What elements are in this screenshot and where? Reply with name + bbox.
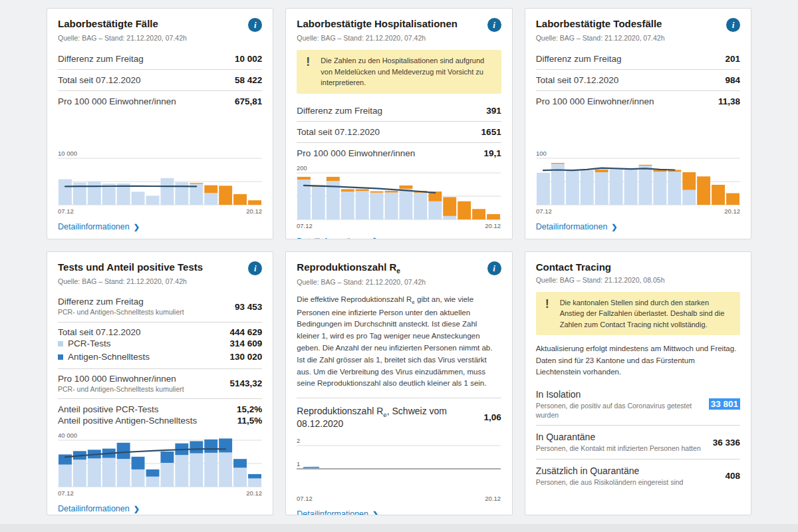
card-contact-tracing: Contact Tracing Quelle: BAG – Stand: 21.… xyxy=(525,251,751,515)
svg-text:07.12: 07.12 xyxy=(58,489,74,497)
legend-label: PCR-Tests xyxy=(68,338,111,348)
info-icon[interactable]: i xyxy=(487,261,501,275)
kpi-value: 675,81 xyxy=(235,96,262,106)
info-icon[interactable]: i xyxy=(248,18,262,32)
card-tests: Tests und Anteil positive Tests i Quelle… xyxy=(47,251,273,515)
kpi-row-total: Total seit 07.12.2020 444 629 PCR-Tests … xyxy=(58,322,262,368)
warning-icon: ! xyxy=(539,297,556,312)
svg-text:07.12: 07.12 xyxy=(297,495,313,502)
tests-chart: 40 00007.1220.12 xyxy=(58,431,262,501)
source-line: Quelle: BAG – Stand: 21.12.2020, 07.42h xyxy=(58,34,262,42)
re-value-row: Reproduktionszahl Re, Schweiz vom 08.12.… xyxy=(297,398,501,436)
re-chart: 2107.1220.12 xyxy=(297,436,501,507)
kpi-label: Pro 100 000 Einwohner/innen xyxy=(58,374,176,384)
kpi-rows: Differenz zum Freitag 10 002 Total seit … xyxy=(58,49,262,112)
kpi-label: Differenz zum Freitag xyxy=(297,106,382,116)
warning-text: Die Zahlen zu den Hospitalisationen sind… xyxy=(321,55,494,88)
kpi-value: 391 xyxy=(486,106,501,116)
ct-description: Aktualisierung erfolgt mindestens am Mit… xyxy=(536,343,740,378)
kpi-label: Differenz zum Freitag xyxy=(536,54,622,64)
source-line: Quelle: BAG – Stand: 21.12.2020, 07.42h xyxy=(297,34,501,42)
kpi-row-differenz: Differenz zum Freitag PCR- und Antigen-S… xyxy=(58,292,262,322)
card-header: Laborbestätigte Fälle i xyxy=(58,18,262,32)
detail-link-re[interactable]: Detailinformationen ❯ xyxy=(297,509,378,515)
positivity-line-pcr: Anteil positive PCR-Tests 15,2% xyxy=(58,404,262,415)
svg-text:20.12: 20.12 xyxy=(246,489,262,497)
card-header: Laborbestätigte Todesfälle i xyxy=(536,18,740,32)
svg-text:07.12: 07.12 xyxy=(297,222,313,229)
re-description: Die effektive Reproduktionszahl Re gibt … xyxy=(297,294,501,390)
kpi-rows: Differenz zum Freitag 391 Total seit 07.… xyxy=(297,100,501,164)
detail-link-label: Detailinformationen xyxy=(58,504,130,513)
kpi-value: 93 453 xyxy=(235,302,262,312)
re-row-label: Reproduktionszahl Re, Schweiz vom 08.12.… xyxy=(297,406,483,429)
kpi-row: Total seit 07.12.2020 1651 xyxy=(297,121,501,142)
kpi-value: 201 xyxy=(725,54,740,64)
chevron-right-icon: ❯ xyxy=(611,223,617,231)
kpi-row: Total seit 07.12.2020 58 422 xyxy=(58,69,262,90)
detail-link-tests[interactable]: Detailinformationen ❯ xyxy=(58,504,140,513)
legend-row-antigen: Antigen-Schnelltests 130 020 xyxy=(58,350,262,364)
card-title: Contact Tracing xyxy=(536,261,611,274)
kpi-label: Differenz zum Freitag xyxy=(58,297,144,307)
card-title: Laborbestätigte Hospitalisationen xyxy=(297,18,458,31)
kpi-value: 58 422 xyxy=(235,75,262,85)
kpi-value: 984 xyxy=(725,75,740,85)
svg-text:2: 2 xyxy=(297,437,300,444)
kpi-row: Pro 100 000 Einwohner/innen 675,81 xyxy=(58,90,262,112)
deaths-chart: 10007.1220.12 xyxy=(536,149,740,219)
card-title: Tests und Anteil positive Tests xyxy=(58,261,203,274)
card-header: Contact Tracing xyxy=(536,261,740,274)
kpi-row: Differenz zum Freitag 391 xyxy=(297,100,501,121)
source-line: Quelle: BAG – Stand: 21.12.2020, 07.42h xyxy=(297,278,501,286)
info-icon[interactable]: i xyxy=(726,18,740,32)
svg-text:200: 200 xyxy=(297,164,307,172)
ct-rows: In Isolation Personen, die positiv auf d… xyxy=(536,383,740,493)
kpi-row: Pro 100 000 Einwohner/innen 11,38 xyxy=(536,90,740,112)
kpi-row: Differenz zum Freitag 201 xyxy=(536,49,740,69)
card-header: Reproduktionszahl Re i xyxy=(297,261,501,276)
kpi-label: Pro 100 000 Einwohner/innen xyxy=(536,96,654,106)
svg-text:100: 100 xyxy=(536,150,547,157)
ct-row-zusaetzlich-quarantaene: Zusätzlich in Quarantäne Personen, die a… xyxy=(536,459,740,493)
kpi-rows: Differenz zum Freitag PCR- und Antigen-S… xyxy=(58,292,262,431)
legend-row-pcr: PCR-Tests 314 609 xyxy=(58,337,262,350)
source-line: Quelle: BAG – Stand: 21.12.2020, 07.42h xyxy=(536,34,740,42)
antigen-legend-swatch xyxy=(58,354,63,360)
quarantaene-value: 36 336 xyxy=(713,438,740,448)
kpi-row: Total seit 07.12.2020 984 xyxy=(536,69,740,90)
detail-link-label: Detailinformationen xyxy=(297,237,368,240)
detail-link-cases[interactable]: Detailinformationen ❯ xyxy=(58,222,140,231)
card-title: Reproduktionszahl Re xyxy=(297,261,400,276)
detail-link-deaths[interactable]: Detailinformationen ❯ xyxy=(536,222,618,231)
kpi-value: 444 629 xyxy=(230,327,263,337)
einreise-quarantaene-value: 408 xyxy=(725,471,740,481)
chart-block: 10 00007.1220.12 Detailinformationen ❯ xyxy=(58,149,262,232)
chevron-right-icon: ❯ xyxy=(134,223,140,231)
kpi-label: Total seit 07.12.2020 xyxy=(536,75,619,85)
svg-text:07.12: 07.12 xyxy=(536,207,552,215)
pcr-legend-swatch xyxy=(58,341,63,346)
covid-dashboard: Laborbestätigte Fälle i Quelle: BAG – St… xyxy=(0,0,798,532)
ct-label-group: Zusätzlich in Quarantäne Personen, die a… xyxy=(536,465,684,487)
kpi-value: 1651 xyxy=(481,127,501,137)
footer-strip xyxy=(0,524,798,532)
kpi-label: Pro 100 000 Einwohner/innen xyxy=(297,148,415,158)
warning-icon: ! xyxy=(299,55,317,70)
detail-link-hospitalisations[interactable]: Detailinformationen ❯ xyxy=(297,237,378,240)
kpi-label: Total seit 07.12.2020 xyxy=(58,75,141,85)
desc-text: Die effektive Reproduktionszahl R xyxy=(297,295,412,303)
info-icon[interactable]: i xyxy=(487,18,501,32)
legend-label: Antigen-Schnelltests xyxy=(68,352,150,362)
kpi-label-group: Pro 100 000 Einwohner/innen PCR- und Ant… xyxy=(58,374,184,394)
ct-row-quarantaene: In Quarantäne Personen, die Kontakt mit … xyxy=(536,425,740,459)
card-grid: Laborbestätigte Fälle i Quelle: BAG – St… xyxy=(0,0,798,515)
kpi-rows: Differenz zum Freitag 201 Total seit 07.… xyxy=(536,49,740,112)
info-icon[interactable]: i xyxy=(248,261,262,275)
re-value: 1,06 xyxy=(483,412,501,422)
card-laborbestaetigte-faelle: Laborbestätigte Fälle i Quelle: BAG – St… xyxy=(47,8,273,239)
svg-text:20.12: 20.12 xyxy=(724,207,740,215)
kpi-label: Total seit 07.12.2020 xyxy=(297,127,380,137)
detail-link-label: Detailinformationen xyxy=(297,509,368,515)
chevron-right-icon: ❯ xyxy=(134,505,140,513)
